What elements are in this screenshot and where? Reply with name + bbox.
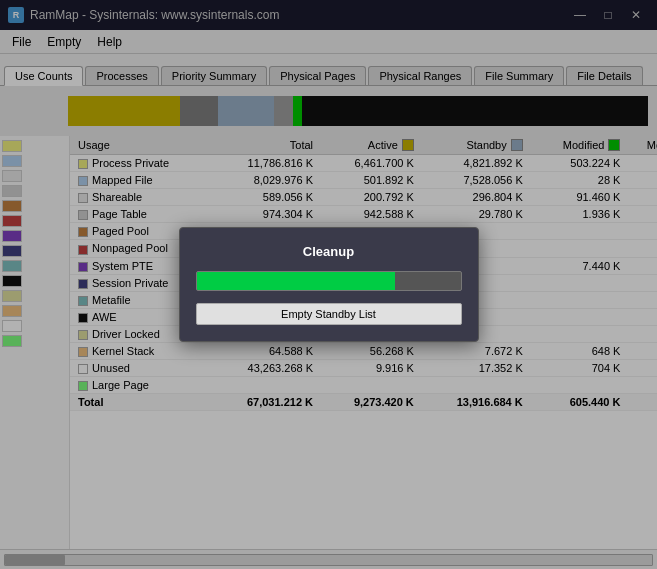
- cleanup-dialog: Cleanup Empty Standby List: [179, 227, 479, 342]
- empty-standby-button[interactable]: Empty Standby List: [196, 303, 462, 325]
- dialog-title: Cleanup: [303, 244, 354, 259]
- dialog-overlay: Cleanup Empty Standby List: [0, 0, 657, 569]
- progress-bar-container: [196, 271, 462, 291]
- progress-bar-fill: [197, 272, 395, 290]
